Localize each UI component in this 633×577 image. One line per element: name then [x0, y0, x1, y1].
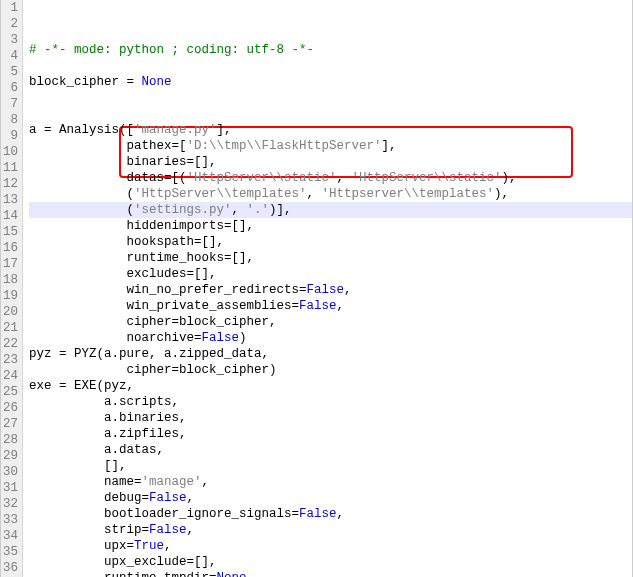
- code-line[interactable]: noarchive=False): [29, 330, 632, 346]
- code-line[interactable]: block_cipher = None: [29, 74, 632, 90]
- code-line[interactable]: ('settings.py', '.')],: [29, 202, 632, 218]
- code-line[interactable]: [29, 106, 632, 122]
- token-keyword: False: [299, 507, 337, 521]
- code-line[interactable]: runtime_hooks=[],: [29, 250, 632, 266]
- token-plain: binaries=[],: [29, 155, 217, 169]
- line-number: 7: [1, 96, 18, 112]
- line-number: 33: [1, 512, 18, 528]
- code-line[interactable]: pathex=['D:\\tmp\\FlaskHttpServer'],: [29, 138, 632, 154]
- token-plain: ,: [187, 523, 195, 537]
- token-plain: a.zipfiles,: [29, 427, 187, 441]
- token-keyword: False: [149, 523, 187, 537]
- token-plain: a.binaries,: [29, 411, 187, 425]
- code-line[interactable]: upx=True,: [29, 538, 632, 554]
- token-plain: a.scripts,: [29, 395, 179, 409]
- line-number-gutter: 1234567891011121314151617181920212223242…: [1, 0, 23, 577]
- code-line[interactable]: binaries=[],: [29, 154, 632, 170]
- code-line[interactable]: a = Analysis(['manage.py'],: [29, 122, 632, 138]
- token-plain: runtime_tmpdir=: [29, 571, 217, 577]
- code-line[interactable]: hiddenimports=[],: [29, 218, 632, 234]
- token-plain: (: [29, 187, 134, 201]
- code-line[interactable]: bootloader_ignore_signals=False,: [29, 506, 632, 522]
- token-plain: )],: [269, 203, 292, 217]
- line-number: 36: [1, 560, 18, 576]
- line-number: 19: [1, 288, 18, 304]
- token-plain: pyz = PYZ(a.pure, a.zipped_data,: [29, 347, 269, 361]
- token-plain: excludes=[],: [29, 267, 217, 281]
- code-line[interactable]: a.scripts,: [29, 394, 632, 410]
- line-number: 24: [1, 368, 18, 384]
- code-editor[interactable]: 1234567891011121314151617181920212223242…: [0, 0, 633, 577]
- code-line[interactable]: a.zipfiles,: [29, 426, 632, 442]
- code-line[interactable]: name='manage',: [29, 474, 632, 490]
- token-comment: # -*- mode: python ; coding: utf-8 -*-: [29, 43, 314, 57]
- token-plain: debug=: [29, 491, 149, 505]
- token-plain: runtime_hooks=[],: [29, 251, 254, 265]
- line-number: 27: [1, 416, 18, 432]
- code-line[interactable]: a.binaries,: [29, 410, 632, 426]
- token-string: 'HttpServer\\static': [352, 171, 502, 185]
- line-number: 32: [1, 496, 18, 512]
- token-plain: ),: [494, 187, 509, 201]
- token-plain: a = Analysis([: [29, 123, 134, 137]
- token-keyword: False: [149, 491, 187, 505]
- code-line[interactable]: win_no_prefer_redirects=False,: [29, 282, 632, 298]
- code-line[interactable]: [29, 58, 632, 74]
- code-line[interactable]: runtime_tmpdir=None,: [29, 570, 632, 577]
- line-number: 16: [1, 240, 18, 256]
- line-number: 12: [1, 176, 18, 192]
- token-plain: datas=[(: [29, 171, 187, 185]
- line-number: 6: [1, 80, 18, 96]
- token-plain: ,: [337, 299, 345, 313]
- line-number: 34: [1, 528, 18, 544]
- code-area[interactable]: # -*- mode: python ; coding: utf-8 -*-bl…: [23, 0, 632, 577]
- token-plain: strip=: [29, 523, 149, 537]
- code-line[interactable]: debug=False,: [29, 490, 632, 506]
- code-line[interactable]: exe = EXE(pyz,: [29, 378, 632, 394]
- code-line[interactable]: ('HttpServer\\templates', 'Httpserver\\t…: [29, 186, 632, 202]
- token-keyword: None: [217, 571, 247, 577]
- token-plain: exe = EXE(pyz,: [29, 379, 134, 393]
- code-line[interactable]: cipher=block_cipher,: [29, 314, 632, 330]
- token-plain: hookspath=[],: [29, 235, 224, 249]
- token-plain: [],: [29, 459, 127, 473]
- token-string: '.': [247, 203, 270, 217]
- token-plain: cipher=block_cipher,: [29, 315, 277, 329]
- line-number: 8: [1, 112, 18, 128]
- line-number: 15: [1, 224, 18, 240]
- token-plain: (: [29, 203, 134, 217]
- code-line[interactable]: cipher=block_cipher): [29, 362, 632, 378]
- line-number: 31: [1, 480, 18, 496]
- token-plain: upx_exclude=[],: [29, 555, 217, 569]
- code-line[interactable]: upx_exclude=[],: [29, 554, 632, 570]
- token-plain: ,: [344, 283, 352, 297]
- line-number: 2: [1, 16, 18, 32]
- token-plain: ,: [337, 171, 352, 185]
- token-plain: block_cipher =: [29, 75, 142, 89]
- line-number: 26: [1, 400, 18, 416]
- line-number: 28: [1, 432, 18, 448]
- token-string: 'settings.py': [134, 203, 232, 217]
- code-line[interactable]: win_private_assemblies=False,: [29, 298, 632, 314]
- code-line[interactable]: excludes=[],: [29, 266, 632, 282]
- code-line[interactable]: strip=False,: [29, 522, 632, 538]
- line-number: 13: [1, 192, 18, 208]
- line-number: 22: [1, 336, 18, 352]
- token-string: 'HttpServer\\static': [187, 171, 337, 185]
- token-plain: bootloader_ignore_signals=: [29, 507, 299, 521]
- code-line[interactable]: hookspath=[],: [29, 234, 632, 250]
- code-line[interactable]: # -*- mode: python ; coding: utf-8 -*-: [29, 42, 632, 58]
- line-number: 18: [1, 272, 18, 288]
- code-line[interactable]: [29, 90, 632, 106]
- token-string: 'manage': [142, 475, 202, 489]
- code-line[interactable]: [],: [29, 458, 632, 474]
- code-line[interactable]: pyz = PYZ(a.pure, a.zipped_data,: [29, 346, 632, 362]
- token-plain: ,: [307, 187, 322, 201]
- code-line[interactable]: datas=[('HttpServer\\static', 'HttpServe…: [29, 170, 632, 186]
- code-line[interactable]: a.datas,: [29, 442, 632, 458]
- line-number: 21: [1, 320, 18, 336]
- token-keyword: False: [307, 283, 345, 297]
- token-plain: ],: [382, 139, 397, 153]
- line-number: 30: [1, 464, 18, 480]
- token-plain: noarchive=: [29, 331, 202, 345]
